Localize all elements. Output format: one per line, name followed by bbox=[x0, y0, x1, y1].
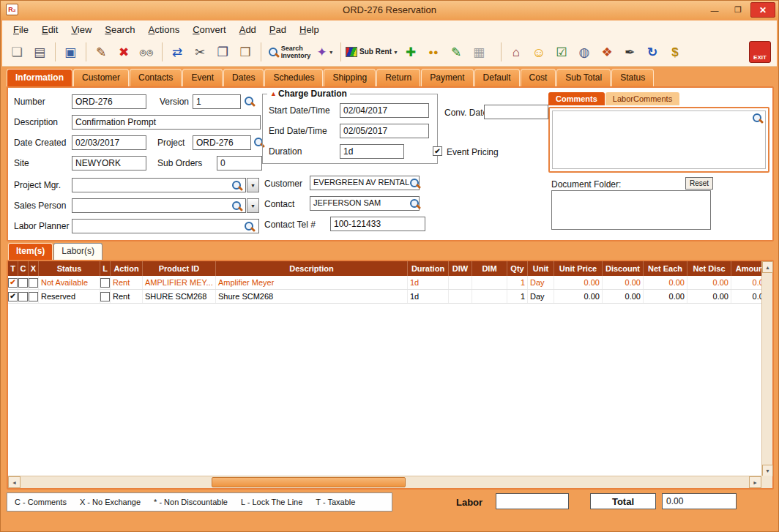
cut-button[interactable]: ✂ bbox=[189, 41, 211, 63]
new-document-button[interactable]: ❏ bbox=[6, 41, 28, 63]
duration-field[interactable]: 1d bbox=[340, 144, 404, 159]
tab-customer[interactable]: Customer bbox=[73, 69, 129, 86]
event-pricing-checkbox[interactable]: ✔ bbox=[433, 146, 442, 156]
tab-subtotal[interactable]: Sub Total bbox=[556, 69, 611, 86]
row-no-exchange-checkbox[interactable] bbox=[29, 292, 38, 301]
vertical-scrollbar[interactable]: ▲ ▼ bbox=[761, 261, 772, 476]
labor-planner-field[interactable] bbox=[72, 219, 259, 233]
row-select-checkbox[interactable]: ✔ bbox=[8, 278, 18, 288]
tab-payment[interactable]: Payment bbox=[421, 69, 473, 86]
horizontal-scrollbar[interactable]: ◄ ► bbox=[8, 476, 761, 488]
tab-contacts[interactable]: Contacts bbox=[130, 69, 182, 86]
horizontal-scrollbar-thumb[interactable] bbox=[212, 477, 406, 487]
col-unit-price[interactable]: Unit Price bbox=[554, 261, 603, 276]
menu-actions[interactable]: Actions bbox=[142, 22, 187, 37]
labor-planner-search-icon[interactable] bbox=[244, 221, 255, 232]
description-field[interactable]: Confirmation Prompt bbox=[72, 115, 261, 130]
tab-return[interactable]: Return bbox=[376, 69, 420, 86]
col-product-id[interactable]: Product ID bbox=[143, 261, 216, 276]
labor-total-field[interactable] bbox=[496, 493, 569, 509]
copy-button[interactable]: ❐ bbox=[212, 41, 234, 63]
menu-file[interactable]: File bbox=[7, 22, 35, 37]
company-button[interactable]: ⌂ bbox=[505, 41, 527, 63]
search-inventory-button[interactable]: Search Inventory bbox=[265, 41, 313, 63]
version-field[interactable]: 1 bbox=[193, 94, 241, 109]
delete-button[interactable]: ✖ bbox=[113, 41, 135, 63]
find-button[interactable]: ◎◎ bbox=[135, 41, 157, 63]
menu-pad[interactable]: Pad bbox=[263, 22, 293, 37]
notes-button[interactable]: ✒ bbox=[619, 41, 641, 63]
menu-add[interactable]: Add bbox=[233, 22, 263, 37]
col-action[interactable]: Action bbox=[111, 261, 143, 276]
schedule-button[interactable]: ☑ bbox=[551, 41, 573, 63]
col-duration[interactable]: Duration bbox=[408, 261, 449, 276]
project-mgr-dropdown[interactable]: ▼ bbox=[247, 178, 259, 192]
exit-button[interactable]: EXIT bbox=[749, 41, 771, 63]
row-select-checkbox[interactable]: ✔ bbox=[8, 292, 18, 301]
col-discount[interactable]: Discount bbox=[603, 261, 644, 276]
feedback-button[interactable]: ☺ bbox=[528, 41, 550, 63]
number-field[interactable]: ORD-276 bbox=[72, 94, 146, 109]
tab-comments[interactable]: Comments bbox=[548, 92, 605, 105]
sales-person-field[interactable] bbox=[72, 198, 246, 213]
col-net-each[interactable]: Net Each bbox=[644, 261, 687, 276]
menu-view[interactable]: View bbox=[64, 22, 98, 37]
wizard-button[interactable]: ✦ ▼ bbox=[314, 41, 336, 63]
globe-button[interactable]: ◍ bbox=[573, 41, 595, 63]
reset-button[interactable]: Reset bbox=[685, 177, 713, 190]
print-button[interactable]: ▤ bbox=[29, 41, 51, 63]
menu-edit[interactable]: Edit bbox=[35, 22, 64, 37]
refresh-button[interactable]: ↻ bbox=[641, 41, 663, 63]
contact-field[interactable]: JEFFERSON SAM bbox=[310, 196, 420, 211]
contact-tel-field[interactable]: 100-121433 bbox=[330, 217, 425, 231]
scroll-up-button[interactable]: ▲ bbox=[762, 261, 773, 273]
inventory-button[interactable]: ❖ bbox=[596, 41, 618, 63]
scroll-down-button[interactable]: ▼ bbox=[762, 465, 773, 476]
table-row[interactable]: ✔ Reserved Rent SHURE SCM268 Shure SCM26… bbox=[8, 290, 772, 304]
row-lock-checkbox[interactable] bbox=[100, 292, 110, 301]
col-status[interactable]: Status bbox=[39, 261, 100, 276]
convert-button[interactable]: ⇄ bbox=[166, 41, 188, 63]
tab-information[interactable]: Information bbox=[7, 69, 72, 86]
customer-field[interactable]: EVERGREEN AV RENTAL bbox=[310, 176, 420, 190]
tab-default[interactable]: Default bbox=[474, 69, 520, 86]
customer-search-icon[interactable] bbox=[409, 178, 420, 189]
scroll-right-button[interactable]: ► bbox=[749, 476, 761, 488]
tab-shipping[interactable]: Shipping bbox=[324, 69, 376, 86]
total-field[interactable]: 0.00 bbox=[662, 493, 737, 509]
tab-items[interactable]: Item(s) bbox=[8, 243, 53, 260]
col-t[interactable]: T bbox=[8, 261, 18, 276]
row-no-exchange-checkbox[interactable] bbox=[29, 278, 38, 288]
row-lock-checkbox[interactable] bbox=[100, 278, 110, 288]
table-row[interactable]: ✔ Not Available Rent AMPLIFIER MEY... Am… bbox=[8, 276, 772, 290]
sub-rent-button[interactable]: Sub Rent ▼ bbox=[345, 41, 399, 63]
site-field[interactable]: NEWYORK bbox=[72, 156, 146, 171]
col-description[interactable]: Description bbox=[216, 261, 408, 276]
menu-convert[interactable]: Convert bbox=[186, 22, 233, 37]
edit-note-button[interactable]: ✎ bbox=[445, 41, 467, 63]
project-mgr-search-icon[interactable] bbox=[231, 180, 242, 191]
col-net-disc[interactable]: Net Disc bbox=[687, 261, 731, 276]
col-qty[interactable]: Qty bbox=[507, 261, 528, 276]
sales-person-dropdown[interactable]: ▼ bbox=[247, 198, 259, 213]
money-button[interactable]: $ bbox=[664, 41, 686, 63]
row-comments-checkbox[interactable] bbox=[18, 292, 28, 301]
conv-date-field[interactable] bbox=[484, 105, 548, 119]
start-date-field[interactable]: 02/04/2017 bbox=[340, 103, 429, 118]
close-button[interactable]: ✕ bbox=[750, 2, 775, 18]
save-button[interactable]: ▣ bbox=[59, 41, 81, 63]
col-l[interactable]: L bbox=[100, 261, 111, 276]
add-item-button[interactable]: ✚ bbox=[400, 41, 422, 63]
tab-cost[interactable]: Cost bbox=[521, 69, 556, 86]
contact-search-icon[interactable] bbox=[409, 198, 420, 209]
minimize-button[interactable]: — bbox=[704, 2, 726, 18]
comments-search-icon[interactable] bbox=[752, 113, 763, 124]
row-comments-checkbox[interactable] bbox=[18, 278, 28, 288]
paste-button[interactable]: ❒ bbox=[234, 41, 256, 63]
col-x[interactable]: X bbox=[29, 261, 39, 276]
end-date-field[interactable]: 02/05/2017 bbox=[340, 124, 429, 138]
tab-labor-comments[interactable]: LaborComments bbox=[605, 92, 679, 105]
col-diw[interactable]: DIW bbox=[449, 261, 472, 276]
edit-button[interactable]: ✎ bbox=[90, 41, 112, 63]
tab-status[interactable]: Status bbox=[611, 69, 654, 86]
